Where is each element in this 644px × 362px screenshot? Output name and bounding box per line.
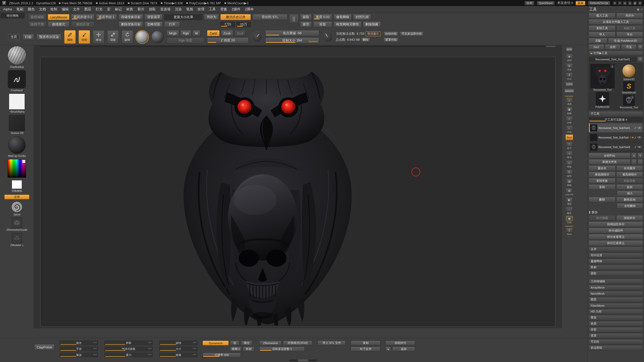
split-to-parts-button[interactable]: 拆分成组件 <box>589 228 643 233</box>
color-picker[interactable] <box>8 159 26 178</box>
goz-r-button[interactable]: R <box>637 44 643 50</box>
append-subtool-button[interactable]: 追加 <box>616 184 643 190</box>
tool-section-bar[interactable]: 合并 <box>589 247 643 252</box>
subtool-item[interactable]: Recovered_Tool_SubTool3 <box>589 142 643 152</box>
menu-item[interactable]: 变换 <box>218 6 229 13</box>
owl-skull-sculpture[interactable] <box>170 64 371 326</box>
draw-size-slider[interactable]: 绘制大小 284Dynamic <box>265 37 319 43</box>
preview-boolean-button[interactable]: 预览布尔渲染 <box>37 34 61 40</box>
split-unmasked-button[interactable]: 拆分未遮罩点 <box>589 234 643 240</box>
goz-visible-button[interactable]: 可见 <box>621 44 637 50</box>
right-shelf-icon[interactable]: Sxyz <box>566 135 573 140</box>
axis-label[interactable]: xyz <box>148 341 152 343</box>
zscript-button[interactable]: DefaultZScript <box>588 1 610 5</box>
move-mode-button[interactable]: 移动 <box>93 30 104 44</box>
right-shelf-icon[interactable]: BPR <box>566 47 573 52</box>
flip-button[interactable]: 翻转 <box>361 37 370 42</box>
load-from-project-button[interactable]: 从项目文件载入工具 <box>589 19 643 25</box>
right-shelf-item[interactable]: ◈ 滚动 <box>566 54 573 62</box>
close-holes-button[interactable]: 封闭孔洞 <box>353 14 371 20</box>
update-size-ratio-field[interactable]: 更新大小比率 <box>164 14 203 20</box>
open-tool-bar[interactable]: ▶打开▶工具 <box>589 51 643 56</box>
delete-all-button[interactable]: 全部删除 <box>617 203 643 209</box>
tool-r-button[interactable]: R <box>637 57 643 62</box>
duplicate-subtool-button[interactable]: 复制 <box>589 184 616 190</box>
axis-label[interactable]: xyz <box>93 341 97 343</box>
curve-step-button[interactable]: 曲线步进 <box>71 21 95 27</box>
right-shelf-item[interactable]: Z GoZ <box>566 72 573 80</box>
delete-subtool-button[interactable]: 删除 <box>589 197 616 202</box>
dynamic-label[interactable]: Dynamic <box>308 40 318 43</box>
dynamesh-blur-slider[interactable]: 模糊 2 <box>230 347 242 351</box>
undo-150k-button[interactable]: 15万 <box>236 21 251 27</box>
tool-section-bar[interactable]: 投射 <box>589 265 643 270</box>
tool-section-bar[interactable]: 可见性 <box>589 339 643 344</box>
dynamesh-groups-toggle[interactable]: 组 <box>230 341 239 345</box>
clone-button[interactable]: 克隆 <box>589 38 607 43</box>
paintbrush-mini-icon[interactable] <box>634 136 637 139</box>
load-tool-button[interactable]: 载入工具 <box>589 13 616 18</box>
claypolish-button[interactable]: ClayPolish <box>34 344 55 350</box>
menu-item[interactable]: Alpha <box>1 6 14 13</box>
rgb-toggle[interactable]: Rgb <box>180 30 191 36</box>
tool-section-bar[interactable]: 表面 <box>589 321 643 326</box>
tool-section-bar[interactable]: 提取 <box>589 271 643 276</box>
right-shelf-icon[interactable]: ▤ <box>566 179 573 184</box>
right-shelf-icon[interactable]: Z <box>566 72 573 77</box>
deformation-slider[interactable]: 旋转 xyz <box>159 341 197 345</box>
material-selector[interactable] <box>8 136 26 154</box>
tool-thumbnail-owl[interactable]: 3 <box>590 64 615 88</box>
subdivide-mesh-tab[interactable]: 细分网格 <box>1 13 25 18</box>
delete-morph-target-button[interactable]: 删除变换目标 <box>118 21 143 27</box>
visibility-eye-icon[interactable] <box>637 127 641 129</box>
visibility-eye-icon[interactable] <box>637 136 641 139</box>
axis-label[interactable]: xyz <box>148 347 152 349</box>
curve-smooth-button[interactable]: 曲线平滑 <box>28 21 46 27</box>
folder-down-button[interactable]: ↓ <box>637 159 643 165</box>
groups-visible-button[interactable]: 可见多边形分组 <box>400 31 424 36</box>
focal-shift-slider[interactable]: 焦点衰减 -56 <box>265 30 319 36</box>
right-shelf-icon[interactable]: + <box>566 151 573 156</box>
menu-item[interactable]: 图层 <box>82 6 94 13</box>
window-layout-icon[interactable]: ⊞ <box>613 1 617 5</box>
copy-transform-button[interactable]: 复制变换 <box>589 178 616 184</box>
right-shelf-item[interactable]: Dynamic △ 透视 <box>565 95 573 105</box>
tool-section-bar[interactable]: ArrayMesh <box>589 285 643 290</box>
window-layout-icon[interactable]: ⊠ <box>638 1 642 5</box>
tool-section-bar[interactable]: 多边形组 <box>589 345 643 350</box>
transpose-grid-icon[interactable]: ⣿ <box>289 14 299 24</box>
window-layout-icon[interactable]: ▥ <box>628 1 632 5</box>
new-folder-button[interactable]: 新建文件夹 <box>589 159 630 165</box>
lightbox-button[interactable]: 灯箱 <box>22 34 34 40</box>
menu-item[interactable]: 首选项 <box>158 6 173 13</box>
menu-item[interactable]: 纹理 <box>195 6 207 13</box>
right-shelf-icon[interactable]: ▥ <box>566 188 573 193</box>
quicksave-button[interactable]: QuickSave <box>537 1 555 5</box>
right-shelf-item[interactable]: ◎ 缩放 <box>566 63 573 71</box>
extract-thickness-slider[interactable]: 厚度 0.02 <box>313 14 332 20</box>
stroke-selector[interactable] <box>8 70 26 88</box>
focal-shift-knob[interactable] <box>251 31 262 42</box>
right-shelf-icon[interactable]: ⌖ <box>566 142 573 147</box>
right-shelf-icon[interactable]: △ <box>566 98 573 103</box>
tool-thumbnail-skull[interactable]: 3 <box>623 95 635 106</box>
window-layout-icon[interactable]: ▦ <box>633 1 637 5</box>
menus-button[interactable]: 菜单 <box>576 1 585 5</box>
menu-item[interactable]: Z脚本 <box>243 6 256 13</box>
spiral-texture-selector[interactable] <box>11 201 22 212</box>
right-shelf-icon[interactable]: ▦ <box>566 107 573 112</box>
auto-reorder-button[interactable]: 自动重排 <box>616 165 643 171</box>
menu-item[interactable]: 文档 <box>37 6 48 13</box>
right-shelf-item[interactable]: ⌂ 本地 <box>566 125 573 133</box>
deformation-slider[interactable]: 重力 xyz <box>104 353 153 357</box>
right-shelf-item[interactable]: ◧ 透明 <box>566 197 573 205</box>
rotate-mode-button[interactable]: 旋转 <box>122 30 133 44</box>
right-shelf-item[interactable]: AA50% <box>564 88 574 94</box>
right-shelf-item[interactable]: ◐ 对称 <box>566 116 573 124</box>
highest-subdiv-button[interactable]: 最高级细分 <box>616 172 643 177</box>
paintbrush-mini-icon[interactable] <box>634 146 637 148</box>
zmodeler-brush[interactable] <box>12 233 22 243</box>
target-polycount-slider[interactable]: 目标多边形数 5 <box>259 347 305 351</box>
alt-color-button[interactable]: 交替 <box>4 195 29 199</box>
lowest-subdiv-button[interactable]: 最低级细分 <box>589 172 616 177</box>
